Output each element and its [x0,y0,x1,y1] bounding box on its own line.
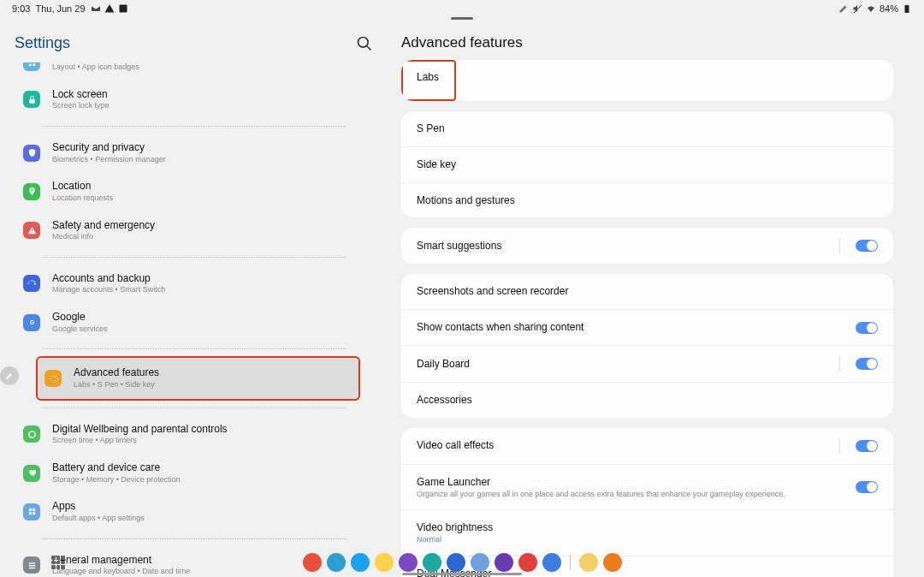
detail-item-title: Side key [417,158,456,172]
sidebar-icon [23,503,40,520]
sidebar-item-title: Google [52,311,108,324]
sidebar-item-sub: Screen lock type [52,101,110,111]
svg-point-13 [28,431,34,437]
taskbar-app-icon[interactable] [375,553,394,572]
floating-pen-button[interactable] [0,366,19,385]
sidebar-item-title: Advanced features [74,366,159,380]
detail-item-s-pen[interactable]: S Pen [401,111,893,146]
sidebar-item-title: Safety and emergency [52,219,155,233]
sidebar-item-safety-and-emergency[interactable]: Safety and emergencyMedical info [15,211,373,250]
settings-left-panel: Settings Layout • App icon badgesLock sc… [0,17,388,577]
sidebar-item-title: Lock screen [52,88,110,102]
detail-group: Labs [401,60,893,101]
taskbar-app-icon[interactable] [471,553,489,572]
sidebar-item-title: Security and privacy [52,141,166,155]
sidebar-item-battery-and-device-care[interactable]: Battery and device careStorage • Memory … [15,454,373,492]
sidebar-icon [23,62,40,71]
taskbar-app-icon[interactable] [518,553,537,572]
warning-icon [104,3,115,14]
divider [42,538,346,539]
sidebar-item-sub: Screen time • App timers [52,436,228,446]
svg-rect-0 [119,5,127,13]
taskbar-app-icon[interactable] [603,553,622,572]
detail-item-video-brightness[interactable]: Video brightnessNormal [401,509,893,555]
settings-list: Layout • App icon badgesLock screenScree… [11,62,376,577]
detail-item-title: Video brightness [417,520,493,535]
status-bar: 9:03 Thu, Jun 29 84% [0,0,924,17]
detail-item-motions-and-gestures[interactable]: Motions and gestures [401,182,893,218]
taskbar-app-icon[interactable] [447,553,465,572]
detail-item-title: Accessories [417,393,472,407]
labs-item[interactable]: Labs [401,60,456,101]
svg-text:G: G [30,319,34,325]
search-icon[interactable] [356,35,373,52]
divider [42,348,346,349]
detail-group: S PenSide keyMotions and gestures [401,111,893,217]
toggle-switch[interactable] [856,322,878,334]
detail-item-title: Video call effects [417,438,494,453]
detail-item-title: Screenshots and screen recorder [417,284,568,299]
taskbar-app-icon[interactable] [327,553,346,572]
detail-item-sub: Organize all your games all in one place… [417,490,785,500]
sidebar-icon [23,183,40,200]
detail-item-smart-suggestions[interactable]: Smart suggestions [401,228,893,264]
gesture-nav-handle[interactable] [402,573,522,575]
sidebar-item-digital-wellbeing-and-parental-controls[interactable]: Digital Wellbeing and parental controlsS… [15,415,373,454]
sidebar-icon: G [23,314,40,331]
detail-item-title: S Pen [417,122,445,136]
taskbar-app-icon[interactable] [542,553,561,572]
detail-item-side-key[interactable]: Side key [401,146,893,182]
notification-icons [91,3,128,14]
sidebar-icon [44,370,62,387]
sidebar-item-accounts-and-backup[interactable]: Accounts and backupManage accounts • Sma… [15,265,373,303]
sidebar-icon [23,91,40,108]
taskbar-app-icon[interactable] [303,553,322,572]
detail-item-show-contacts-when-sharing-content[interactable]: Show contacts when sharing content [401,309,893,345]
advanced-features-title: Advanced features [401,34,893,51]
sidebar-item-sub: Default apps • App settings [52,514,145,524]
sidebar-item-title: Location [52,180,113,193]
detail-item-title: Daily Board [417,357,470,372]
detail-item-title: Smart suggestions [417,239,501,253]
multi-window-handle[interactable] [451,17,473,20]
sidebar-item-advanced-features[interactable]: Advanced featuresLabs • S Pen • Side key [36,356,360,400]
taskbar-app-icon[interactable] [399,553,418,572]
svg-point-12 [52,378,55,380]
sidebar-item-sub: Storage • Memory • Device protection [52,475,181,485]
taskbar-separator [570,556,571,569]
status-date: Thu, Jun 29 [35,3,85,14]
toggle-switch[interactable] [856,240,878,252]
svg-rect-7 [29,99,34,104]
taskbar-app-icon[interactable] [579,553,598,572]
sidebar-item-apps[interactable]: AppsDefault apps • App settings [15,492,373,531]
sidebar-item-home[interactable]: Layout • App icon badges [15,62,373,80]
taskbar-app-icon[interactable] [351,553,370,572]
detail-item-game-launcher[interactable]: Game LauncherOrganize all your games all… [401,464,893,509]
sidebar-item-google[interactable]: GGoogleGoogle services [15,303,373,342]
sidebar-item-sub: Layout • App icon badges [52,62,139,73]
taskbar-app-icon[interactable] [423,553,441,572]
sidebar-icon [23,275,40,292]
divider [42,257,346,258]
taskbar-app-icon[interactable] [495,553,513,572]
detail-item-video-call-effects[interactable]: Video call effects [401,428,893,464]
sidebar-item-security-and-privacy[interactable]: Security and privacyBiometrics • Permiss… [15,134,373,172]
sidebar-item-lock-screen[interactable]: Lock screenScreen lock type [15,80,373,119]
detail-item-daily-board[interactable]: Daily Board [401,345,893,382]
sidebar-item-sub: Location requests [52,193,113,204]
detail-item-title: Motions and gestures [417,193,515,208]
detail-item-screenshots-and-screen-recorder[interactable]: Screenshots and screen recorder [401,274,893,309]
sidebar-item-location[interactable]: LocationLocation requests [15,172,373,211]
detail-item-accessories[interactable]: Accessories [401,382,893,418]
mail-icon [91,3,101,14]
mute-icon [852,3,862,14]
svg-point-2 [358,37,369,47]
toggle-switch[interactable] [856,481,878,493]
pen-icon [838,3,849,14]
sidebar-item-sub: Manage accounts • Smart Switch [52,285,165,295]
apps-grid-icon[interactable] [51,556,65,569]
detail-item-title: Game Launcher [417,475,785,490]
detail-item-title: Labs [417,70,439,85]
toggle-switch[interactable] [856,358,878,370]
toggle-switch[interactable] [856,440,878,452]
